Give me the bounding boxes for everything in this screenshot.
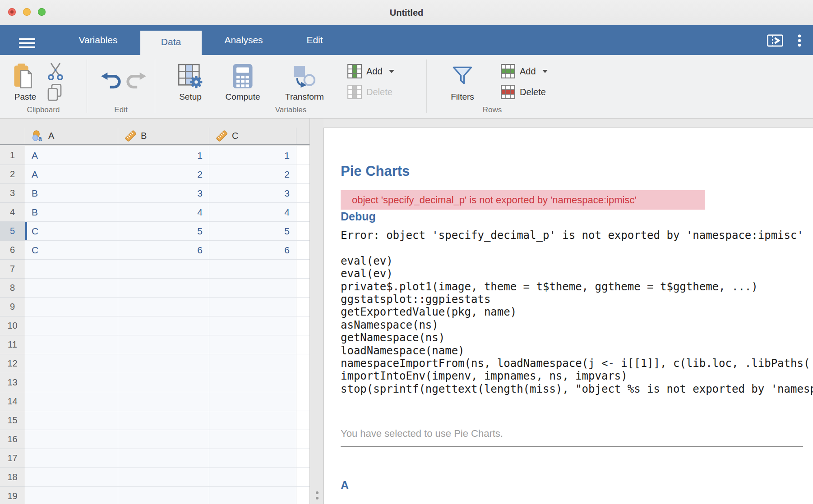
cell[interactable]: [296, 241, 309, 260]
column-header-b[interactable]: B: [118, 128, 209, 144]
cell[interactable]: [296, 298, 309, 316]
cell[interactable]: [25, 279, 118, 298]
tab-edit[interactable]: Edit: [291, 25, 338, 55]
copy-icon[interactable]: [47, 84, 62, 101]
row-header[interactable]: 7: [0, 260, 25, 279]
cell[interactable]: [296, 146, 309, 165]
cut-icon[interactable]: [47, 62, 64, 80]
cell[interactable]: B: [25, 203, 118, 222]
row-header[interactable]: 4: [0, 203, 25, 222]
cell[interactable]: [118, 411, 209, 430]
cell[interactable]: [118, 260, 209, 279]
cell[interactable]: [209, 298, 296, 316]
cell[interactable]: [209, 430, 296, 449]
cell[interactable]: [296, 468, 309, 487]
row-header[interactable]: 2: [0, 165, 25, 184]
row-header[interactable]: 17: [0, 449, 25, 468]
corner-cell[interactable]: [0, 128, 25, 144]
cell[interactable]: [296, 449, 309, 468]
cell[interactable]: [296, 184, 309, 203]
cell[interactable]: C: [25, 222, 118, 241]
cell[interactable]: 3: [118, 184, 209, 203]
cell[interactable]: [118, 354, 209, 373]
cell[interactable]: [118, 316, 209, 335]
row-header[interactable]: 19: [0, 487, 25, 504]
row-header[interactable]: 6: [0, 241, 25, 260]
cell[interactable]: [296, 222, 309, 241]
redo-icon[interactable]: [126, 72, 147, 90]
row-header[interactable]: 14: [0, 392, 25, 411]
row-header[interactable]: 11: [0, 335, 25, 354]
cell[interactable]: [296, 373, 309, 392]
cell[interactable]: [296, 354, 309, 373]
row-header[interactable]: 18: [0, 468, 25, 487]
cell[interactable]: [25, 487, 118, 504]
cell[interactable]: [209, 373, 296, 392]
cell[interactable]: 5: [209, 222, 296, 241]
cell[interactable]: [209, 260, 296, 279]
cell[interactable]: 3: [209, 184, 296, 203]
cell[interactable]: 5: [118, 222, 209, 241]
row-header[interactable]: 3: [0, 184, 25, 203]
cell[interactable]: 4: [209, 203, 296, 222]
setup-button[interactable]: Setup: [167, 61, 214, 105]
results-panel[interactable]: Pie Charts object 'specify_decimal_p' is…: [323, 128, 813, 504]
cell[interactable]: [118, 335, 209, 354]
column-header-a[interactable]: a A: [25, 128, 118, 144]
cell[interactable]: [25, 468, 118, 487]
cell[interactable]: [118, 468, 209, 487]
row-header[interactable]: 13: [0, 373, 25, 392]
tab-analyses[interactable]: Analyses: [212, 25, 275, 55]
cell[interactable]: [118, 430, 209, 449]
cell[interactable]: [25, 298, 118, 316]
cell[interactable]: [209, 487, 296, 504]
compute-button[interactable]: Compute: [214, 61, 272, 105]
row-header[interactable]: 8: [0, 279, 25, 298]
cell[interactable]: [118, 487, 209, 504]
kebab-menu-icon[interactable]: [797, 34, 802, 47]
delete-row-button[interactable]: Delete: [501, 85, 548, 99]
cell[interactable]: [118, 279, 209, 298]
transform-button[interactable]: Transform: [272, 61, 337, 105]
cell[interactable]: [25, 430, 118, 449]
paste-button[interactable]: Paste: [14, 61, 37, 105]
tab-variables[interactable]: Variables: [68, 25, 129, 55]
cell[interactable]: 2: [209, 165, 296, 184]
cell[interactable]: [209, 279, 296, 298]
cell[interactable]: [209, 411, 296, 430]
cell[interactable]: [118, 449, 209, 468]
cell[interactable]: [296, 203, 309, 222]
cell[interactable]: [296, 335, 309, 354]
toggle-results-panel-icon[interactable]: [767, 34, 783, 47]
cell[interactable]: [296, 392, 309, 411]
cell[interactable]: [118, 392, 209, 411]
cell[interactable]: [209, 392, 296, 411]
add-variable-button[interactable]: Add: [347, 64, 394, 78]
cell[interactable]: [25, 335, 118, 354]
cell[interactable]: 2: [118, 165, 209, 184]
cell[interactable]: [25, 260, 118, 279]
cell[interactable]: [118, 298, 209, 316]
row-header[interactable]: 5: [0, 222, 25, 241]
column-header-c[interactable]: C: [209, 128, 296, 144]
cell[interactable]: [209, 335, 296, 354]
filters-button[interactable]: Filters: [440, 61, 485, 105]
row-header[interactable]: 10: [0, 316, 25, 335]
cell[interactable]: B: [25, 184, 118, 203]
row-header[interactable]: 16: [0, 430, 25, 449]
cell[interactable]: 4: [118, 203, 209, 222]
cell[interactable]: [25, 373, 118, 392]
cell[interactable]: A: [25, 146, 118, 165]
cell[interactable]: [296, 487, 309, 504]
cell[interactable]: [25, 392, 118, 411]
cell[interactable]: 1: [209, 146, 296, 165]
undo-icon[interactable]: [101, 72, 121, 90]
cell[interactable]: 6: [118, 241, 209, 260]
cell[interactable]: [296, 411, 309, 430]
cell[interactable]: [296, 279, 309, 298]
delete-variable-button[interactable]: Delete: [347, 85, 394, 99]
tab-data[interactable]: Data: [140, 31, 202, 55]
cell[interactable]: [25, 316, 118, 335]
cell[interactable]: [118, 373, 209, 392]
cell[interactable]: 6: [209, 241, 296, 260]
